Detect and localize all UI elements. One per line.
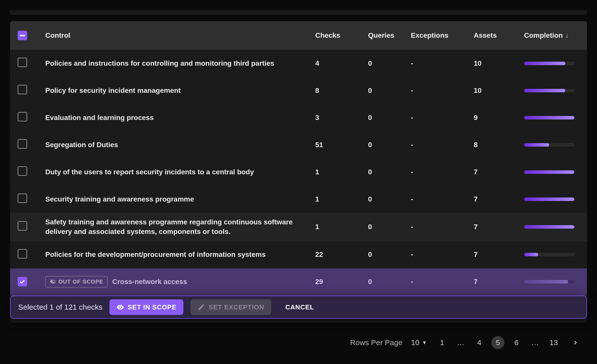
assets-cell: 7 [474,251,524,259]
row-checkbox[interactable] [18,112,27,122]
page-number[interactable]: 6 [510,336,523,349]
row-checkbox[interactable] [18,193,27,203]
page-number[interactable]: 1 [435,336,449,349]
checks-cell: 4 [315,59,368,67]
table-row[interactable]: Policies for the development/procurement… [10,241,587,268]
assets-cell: 8 [474,141,524,149]
rows-per-page-select[interactable]: 10 ▼ [411,338,427,347]
page-number[interactable]: 13 [547,336,560,349]
column-header-assets[interactable]: Assets [474,31,524,39]
row-checkbox[interactable] [18,139,27,149]
exceptions-cell: - [411,278,474,286]
assets-cell: 7 [474,168,524,176]
table-row[interactable]: Security training and awareness programm… [10,186,587,213]
exceptions-cell: - [411,168,474,176]
completion-cell [524,280,579,284]
checks-cell: 1 [315,223,368,231]
selection-action-bar: Selected 1 of 121 checks SET IN SCOPE SE… [10,296,587,319]
column-header-completion[interactable]: Completion ↓ [524,31,579,39]
completion-cell [524,197,579,201]
table-header-row: Control Checks Queries Exceptions Assets… [10,21,587,50]
queries-cell: 0 [368,223,411,231]
indeterminate-icon [20,35,25,36]
checkmark-icon [19,279,25,285]
control-cell: Safety training and awareness programme … [45,217,315,236]
control-cell: Security training and awareness programm… [45,194,315,204]
column-header-exceptions[interactable]: Exceptions [411,31,474,39]
page-number[interactable]: 4 [473,336,486,349]
row-checkbox[interactable] [18,166,27,176]
page-number[interactable]: 5 [491,336,504,349]
checks-cell: 29 [315,278,368,286]
control-cell: Duty of the users to report security inc… [45,167,315,177]
completion-progress [524,62,574,65]
table-row[interactable]: Policies and instructions for controllin… [10,50,587,77]
completion-cell [524,225,579,229]
row-checkbox[interactable] [18,85,27,94]
cancel-label: CANCEL [285,303,314,311]
table-row[interactable]: OUT OF SCOPECross-network access290-7 [10,268,587,296]
completion-progress [524,253,574,256]
table-row[interactable]: Policy for security incident management8… [10,77,587,104]
checks-cell: 3 [315,114,368,122]
completion-cell [524,143,579,147]
exceptions-cell: - [411,87,474,95]
assets-cell: 7 [474,195,524,203]
row-checkbox[interactable] [18,277,27,287]
queries-cell: 0 [368,168,411,176]
control-name: Cross-network access [112,277,187,287]
row-checkbox[interactable] [18,221,27,231]
cancel-button[interactable]: CANCEL [278,299,321,315]
checks-cell: 1 [315,195,368,203]
control-name: Safety training and awareness programme … [45,217,305,236]
control-cell: Segregation of Duties [45,140,315,150]
control-cell: Evaluation and learning process [45,113,315,123]
control-name: Evaluation and learning process [45,113,154,123]
control-cell: Policies and instructions for controllin… [45,59,315,68]
control-cell: Policy for security incident management [45,86,315,95]
queries-cell: 0 [368,278,411,286]
queries-cell: 0 [368,59,411,67]
table-row[interactable]: Safety training and awareness programme … [10,213,587,241]
control-name: Policy for security incident management [45,86,181,95]
completion-cell [524,253,579,256]
column-header-queries[interactable]: Queries [368,31,411,39]
table-row[interactable]: Evaluation and learning process30-9 [10,104,587,131]
set-exception-label: SET EXCEPTION [209,303,264,311]
table-row[interactable]: Segregation of Duties510-8 [10,131,587,158]
checks-cell: 1 [315,168,368,176]
completion-progress [524,143,574,147]
pagination-bar: Rows Per Page 10 ▼ 1…456…13 [350,334,582,351]
header-checkbox-cell [18,31,45,40]
next-page-button[interactable] [569,336,582,349]
row-checkbox[interactable] [18,249,27,259]
caret-down-icon: ▼ [422,340,427,346]
column-header-completion-label: Completion [524,31,563,39]
exceptions-cell: - [411,195,474,203]
checks-cell: 51 [315,141,368,149]
table-row[interactable]: Duty of the users to report security inc… [10,158,587,186]
control-cell: OUT OF SCOPECross-network access [45,276,315,288]
exceptions-cell: - [411,223,474,231]
column-header-checks[interactable]: Checks [315,31,368,39]
exceptions-cell: - [411,114,474,122]
completion-progress [524,225,574,229]
completion-progress [524,197,574,201]
assets-cell: 7 [474,278,524,286]
collapsed-panel [10,10,587,15]
page-ellipsis: … [529,336,542,349]
selected-count-text: Selected 1 of 121 checks [18,303,102,311]
page-ellipsis: … [454,336,467,349]
set-in-scope-button[interactable]: SET IN SCOPE [109,299,183,315]
row-checkbox[interactable] [18,58,27,67]
completion-cell [524,62,579,65]
assets-cell: 10 [474,59,524,67]
set-in-scope-label: SET IN SCOPE [128,303,176,311]
control-name: Policies for the development/procurement… [45,250,266,259]
completion-progress [524,170,574,174]
completion-progress [524,89,574,92]
select-all-checkbox[interactable] [18,31,27,40]
checks-cell: 8 [315,87,368,95]
column-header-control[interactable]: Control [45,31,315,39]
out-of-scope-badge: OUT OF SCOPE [45,276,108,288]
